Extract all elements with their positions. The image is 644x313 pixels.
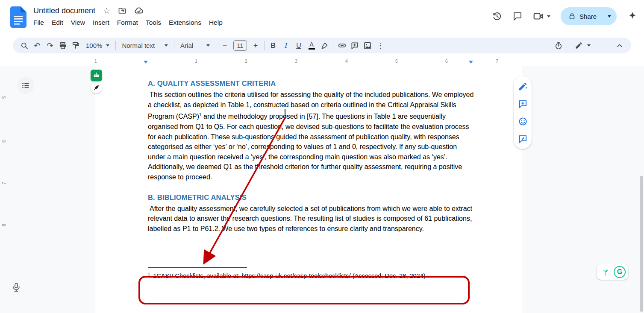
- paint-roller-icon: [72, 41, 80, 50]
- menu-format[interactable]: Format: [113, 18, 142, 28]
- editing-timer-button[interactable]: [552, 39, 565, 52]
- document-outline-button[interactable]: [17, 77, 34, 94]
- menu-extensions[interactable]: Extensions: [165, 18, 205, 28]
- search-button[interactable]: [18, 39, 31, 52]
- share-button[interactable]: Share: [561, 7, 617, 25]
- google-docs-app: Untitled document ☆ File Edit View Inser…: [0, 0, 644, 313]
- text-color-icon: A: [309, 41, 315, 50]
- redo-button[interactable]: ↷: [44, 39, 56, 52]
- suggest-edits-icon: [518, 134, 528, 144]
- share-dropdown-button[interactable]: [602, 7, 617, 25]
- toolbar-right-group: [552, 39, 626, 52]
- paragraph-bibliometric-analysis[interactable]: After the quality assessment, we careful…: [148, 204, 476, 234]
- grammarly-suggestion-icon[interactable]: [599, 266, 611, 278]
- side-action-toolbar: [514, 76, 532, 149]
- add-comment-icon: [350, 41, 359, 50]
- timer-icon: [554, 41, 563, 50]
- paint-format-button[interactable]: [69, 39, 82, 52]
- toolbar-divider: [333, 41, 333, 50]
- menu-edit[interactable]: Edit: [48, 18, 67, 28]
- highlight-color-button[interactable]: [318, 39, 331, 52]
- heading-bibliometric-analysis[interactable]: B. BIBLIOMETRIC ANALYSIS: [148, 193, 476, 202]
- magic-pen-icon: [518, 82, 528, 91]
- insert-comment-button[interactable]: [348, 39, 361, 52]
- font-size-input[interactable]: 11: [233, 40, 247, 51]
- cloud-status-icon[interactable]: [134, 6, 144, 15]
- menu-view[interactable]: View: [67, 18, 89, 28]
- ruler-number: 1: [94, 59, 97, 64]
- heading-quality-assessment[interactable]: A. QUALITY ASSESSMENT CRITERIA: [148, 79, 476, 88]
- italic-button[interactable]: I: [279, 39, 292, 52]
- pen-icon: [575, 41, 583, 50]
- more-options-button[interactable]: ⋮: [374, 39, 387, 52]
- undo-button[interactable]: ↶: [31, 39, 44, 52]
- insert-link-button[interactable]: [335, 39, 348, 52]
- document-title[interactable]: Untitled document: [33, 6, 95, 15]
- vertical-scrollbar[interactable]: [640, 176, 643, 312]
- insert-image-button[interactable]: [361, 39, 374, 52]
- font-family-select[interactable]: Arial: [176, 39, 214, 52]
- horizontal-ruler[interactable]: 1 1 2 3 4 5 6 7: [0, 57, 644, 66]
- emoji-reaction-button[interactable]: [517, 116, 528, 127]
- docs-logo-icon[interactable]: [10, 6, 26, 29]
- footnote[interactable]: 11CASP Checklists, available at: https:/…: [148, 272, 476, 279]
- editing-mode-button[interactable]: [571, 39, 594, 52]
- extension-robot-badge[interactable]: [91, 70, 102, 81]
- menu-insert[interactable]: Insert: [89, 18, 113, 28]
- underline-button[interactable]: U: [292, 39, 305, 52]
- font-family-value: Arial: [180, 42, 193, 49]
- text-color-button[interactable]: A: [305, 39, 318, 52]
- menu-file[interactable]: File: [29, 18, 48, 28]
- left-indent-marker[interactable]: [144, 61, 148, 64]
- chevron-down-icon: [608, 15, 611, 18]
- voice-typing-icon[interactable]: [10, 281, 23, 294]
- suggest-edits-button[interactable]: [517, 133, 528, 144]
- chevron-down-icon: [165, 44, 168, 47]
- zoom-select[interactable]: 100%: [82, 39, 113, 52]
- search-icon: [20, 41, 29, 50]
- ruler-number: 1: [195, 59, 197, 64]
- image-icon: [363, 41, 372, 50]
- title-block: Untitled document ☆ File Edit View Inser…: [33, 6, 226, 28]
- star-icon[interactable]: ☆: [103, 7, 110, 15]
- chevron-down-icon: [206, 44, 210, 47]
- ruler-number: 2: [245, 59, 247, 64]
- app-header: Untitled document ☆ File Edit View Inser…: [0, 0, 644, 37]
- chevron-down-icon: [587, 44, 591, 47]
- collapse-toolbar-button[interactable]: [613, 39, 626, 52]
- menu-tools[interactable]: Tools: [142, 18, 165, 28]
- grammarly-g-icon[interactable]: G: [614, 266, 626, 278]
- help-me-write-button[interactable]: [517, 81, 528, 92]
- print-button[interactable]: [56, 39, 69, 52]
- header-actions: Share: [492, 7, 638, 26]
- move-folder-icon[interactable]: [118, 6, 126, 15]
- version-history-icon[interactable]: [492, 11, 502, 21]
- chevron-down-icon: [106, 44, 109, 47]
- document-content[interactable]: A. QUALITY ASSESSMENT CRITERIA This sect…: [148, 66, 476, 279]
- print-icon: [59, 41, 67, 50]
- zoom-value: 100%: [86, 42, 102, 49]
- bold-button[interactable]: B: [267, 39, 279, 52]
- extension-quill-badge[interactable]: [91, 82, 102, 94]
- comments-icon[interactable]: [512, 11, 523, 21]
- toolbar-divider: [115, 41, 116, 50]
- gemini-sparkle-icon[interactable]: [627, 11, 638, 22]
- add-comment-side-button[interactable]: [517, 98, 528, 109]
- paragraph-quality-assessment[interactable]: This section outlines the criteria utili…: [148, 90, 476, 182]
- document-page[interactable]: A. QUALITY ASSESSMENT CRITERIA This sect…: [95, 66, 522, 313]
- toolbar-divider: [216, 41, 216, 50]
- increase-font-size-button[interactable]: +: [249, 39, 262, 52]
- footnote-marker: 1: [148, 272, 150, 276]
- document-canvas: 5 6 7 8 A. QUALITY ASSESSMENT CRITERIA T…: [0, 66, 644, 313]
- meet-presentation-button[interactable]: [533, 11, 550, 22]
- chevron-down-icon: [547, 15, 550, 18]
- decrease-font-size-button[interactable]: −: [218, 39, 231, 52]
- menu-help[interactable]: Help: [205, 18, 226, 28]
- share-label: Share: [579, 13, 597, 20]
- right-indent-marker[interactable]: [469, 61, 473, 64]
- paragraph-style-select[interactable]: Normal text: [118, 39, 172, 52]
- footnote-text: 1CASP Checklists, available at: https://…: [153, 272, 425, 279]
- ruler-number: 5: [1, 94, 6, 100]
- quill-icon: [93, 85, 100, 91]
- robot-icon: [93, 72, 100, 79]
